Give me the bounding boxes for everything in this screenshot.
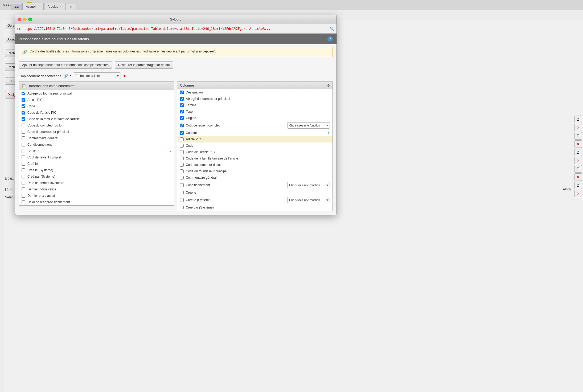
right-btn-copy-1[interactable]: 🗋 xyxy=(574,116,582,123)
nav-tab-accueil-label: Accueil xyxy=(26,5,36,9)
window-minimize-button[interactable] xyxy=(23,18,27,21)
right-item-label-16: Créé le (Système) xyxy=(186,198,285,202)
columns-wrapper: 📋 Informations complémentaires Abrégé du… xyxy=(15,81,336,215)
left-checkbox-16[interactable] xyxy=(22,194,25,198)
left-item-14: Date de dernier inventaire xyxy=(19,180,174,186)
right-item-8: Code xyxy=(177,142,332,149)
right-item-13: Commentaire général xyxy=(177,174,332,181)
left-checkbox-8[interactable] xyxy=(22,143,25,146)
right-item-5: Coût de revient completChoisissez une fo… xyxy=(177,121,332,130)
right-checkbox-3[interactable] xyxy=(180,110,184,113)
left-checkbox-13[interactable] xyxy=(22,175,25,178)
left-checkbox-2[interactable] xyxy=(22,104,25,108)
right-btn-copy-3[interactable]: 🗋 xyxy=(574,149,582,156)
left-checkbox-6[interactable] xyxy=(22,130,25,134)
left-checkbox-10[interactable] xyxy=(22,156,25,159)
left-checkbox-12[interactable] xyxy=(22,168,25,172)
left-item-10: Coût de revient complet xyxy=(19,154,174,161)
left-checkbox-1[interactable] xyxy=(22,98,25,102)
right-checkbox-17[interactable] xyxy=(180,206,184,209)
right-item-label-3: Type xyxy=(186,110,330,113)
left-checkbox-15[interactable] xyxy=(22,187,25,191)
top-bar: Mes activités : 🏠 ◀◀ Accueil ✕ Articles … xyxy=(0,0,583,10)
left-panel-header: 📋 Informations complémentaires xyxy=(19,81,174,90)
right-checkbox-1[interactable] xyxy=(180,97,184,101)
help-button[interactable]: ? xyxy=(327,36,333,42)
add-separator-button[interactable]: Ajouter un séparateur pour les informati… xyxy=(19,61,112,69)
url-search-icon[interactable]: 🔍 xyxy=(330,27,334,31)
right-item-label-15: Créé le xyxy=(186,191,330,194)
right-checkbox-15[interactable] xyxy=(180,191,184,194)
right-checkbox-12[interactable] xyxy=(180,169,184,173)
window-controls xyxy=(18,18,32,21)
right-btn-del-5[interactable]: ✕ xyxy=(574,190,582,197)
right-panel-header-left: Colonnes xyxy=(180,83,195,87)
right-function-select-16[interactable]: Choisissez une fonction xyxy=(287,197,330,203)
window-maximize-button[interactable] xyxy=(28,18,32,21)
right-checkbox-11[interactable] xyxy=(180,163,184,167)
nav-tab-accueil-close[interactable]: ✕ xyxy=(38,5,40,8)
right-checkbox-4[interactable] xyxy=(180,116,184,120)
right-function-select-5[interactable]: Choisissez une fonction xyxy=(287,122,330,129)
left-item-label-7: Commentaire général xyxy=(27,136,171,140)
right-item-0: Désignation xyxy=(177,89,332,96)
sort-down-icon[interactable] xyxy=(327,85,330,87)
nav-tab-accueil[interactable]: Accueil ✕ xyxy=(22,3,44,10)
right-checkbox-10[interactable] xyxy=(180,157,184,160)
emplacement-select[interactable]: En bas de la liste En haut de la liste À… xyxy=(73,72,121,79)
right-item-10: Code de la famille tarifaire de l'articl… xyxy=(177,155,332,162)
left-checkbox-7[interactable] xyxy=(22,136,25,140)
right-btn-del-2[interactable]: ✕ xyxy=(574,140,582,148)
right-checkbox-16[interactable] xyxy=(180,198,184,202)
left-checkbox-17[interactable] xyxy=(22,200,25,204)
right-item-15: Créé le xyxy=(177,189,332,196)
nav-tab-articles[interactable]: Articles ✕ xyxy=(44,3,65,10)
emplacement-row: Emplacement des fonctions 🔗 : En bas de … xyxy=(15,70,336,81)
right-checkbox-14[interactable] xyxy=(180,183,184,187)
right-btn-copy-4[interactable]: 🗋 xyxy=(574,165,582,173)
right-checkbox-13[interactable] xyxy=(180,176,184,179)
right-item-17: Créé par (Système) xyxy=(177,204,332,211)
right-item-label-5: Coût de revient complet xyxy=(186,124,285,127)
right-btn-del-1[interactable]: ✕ xyxy=(574,124,582,131)
right-btn-del-3[interactable]: ✕ xyxy=(574,157,582,164)
restore-button[interactable]: Restaurer le paramétrage par défaut xyxy=(115,61,173,69)
left-checkbox-5[interactable] xyxy=(22,124,25,127)
range-label: [ 1 - 8 xyxy=(5,187,13,191)
right-btn-del-4[interactable]: ✕ xyxy=(574,173,582,181)
left-checkbox-9[interactable] xyxy=(22,149,25,153)
right-item-label-1: Abrégé du fournisseur principal xyxy=(186,97,330,101)
right-checkbox-2[interactable] xyxy=(180,103,184,107)
right-function-select-14[interactable]: Choisissez une fonction xyxy=(287,182,330,188)
right-checkbox-6[interactable] xyxy=(180,131,184,135)
right-item-label-0: Désignation xyxy=(186,91,330,94)
left-checkbox-4[interactable] xyxy=(22,117,25,121)
nav-tab-articles-close[interactable]: ✕ xyxy=(60,5,62,8)
left-item-16: Dernier prix d'achat xyxy=(19,193,174,199)
left-item-label-8: Conditionnement xyxy=(27,143,171,146)
right-btn-copy-5[interactable]: 🗋 xyxy=(574,182,582,189)
left-item-label-10: Coût de revient complet xyxy=(27,156,171,159)
window-close-button[interactable] xyxy=(18,18,21,21)
right-checkbox-7[interactable] xyxy=(180,137,184,141)
right-item-9: Code de l'article PIC xyxy=(177,149,332,155)
left-item-label-2: Code xyxy=(27,104,171,108)
left-checkbox-0[interactable] xyxy=(22,92,25,95)
left-item-15: Dernier indice valide xyxy=(19,186,174,193)
browser-window: Sylob 5 ⊘ https://192.168.2.71:8443/Coch… xyxy=(15,15,337,215)
nav-tab-nav[interactable]: ▼ xyxy=(66,4,76,10)
right-checkbox-5[interactable] xyxy=(180,124,184,127)
right-item-label-12: Code du fournisseur principal xyxy=(186,169,330,173)
left-checkbox-14[interactable] xyxy=(22,181,25,185)
right-item-16: Créé le (Système)Choisissez une fonction xyxy=(177,196,332,204)
sort-up-icon[interactable] xyxy=(327,84,330,85)
url-text: https://192.168.2.71:8443/CochiseWeb/dm1… xyxy=(22,27,328,31)
right-btn-copy-2[interactable]: 🗋 xyxy=(574,132,582,140)
left-checkbox-11[interactable] xyxy=(22,162,25,166)
left-item-label-17: Délai de réapprovisionnement xyxy=(27,200,171,204)
right-checkbox-0[interactable] xyxy=(180,91,184,94)
right-checkbox-9[interactable] xyxy=(180,150,184,154)
right-checkbox-8[interactable] xyxy=(180,144,184,148)
left-checkbox-3[interactable] xyxy=(22,111,25,115)
right-item-star-6: ★ xyxy=(327,131,330,135)
